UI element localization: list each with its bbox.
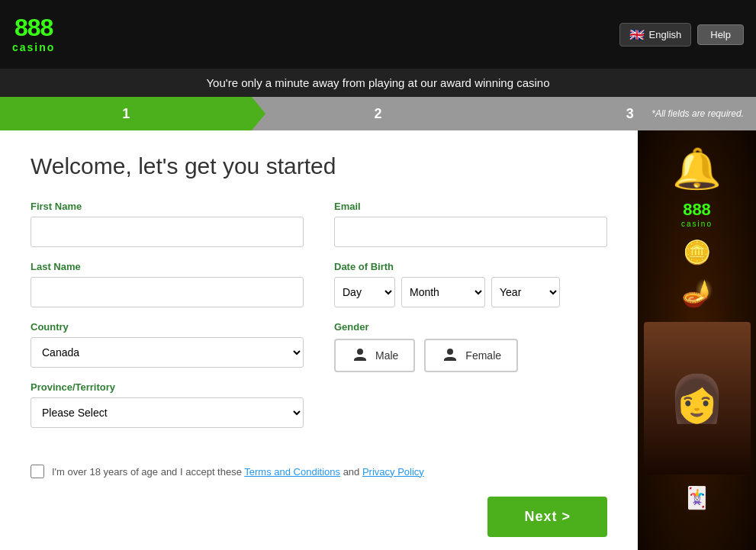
tagline-bar: You're only a minute away from playing a… [0, 69, 756, 97]
email-input[interactable] [334, 217, 607, 247]
help-button[interactable]: Help [697, 24, 744, 45]
casino-logo-side: 888 [683, 200, 711, 220]
step-1-arrow [252, 97, 265, 130]
email-label: Email [334, 201, 607, 212]
terms-text: I'm over 18 years of age and I accept th… [52, 466, 424, 478]
required-note: *All fields are required. [651, 108, 744, 119]
svg-point-0 [357, 349, 363, 355]
progress-step-1: 1 [0, 97, 252, 130]
first-name-input[interactable] [31, 217, 304, 247]
female-icon [441, 346, 459, 365]
svg-point-1 [447, 349, 453, 355]
bell-decoration: 🔔 [672, 146, 722, 192]
dob-row: Day 12345 678910 1112131415 1617181920 2… [334, 277, 607, 307]
gender-female-label: Female [465, 349, 501, 362]
header-right: 🇬🇧 English Help [619, 23, 744, 47]
next-button[interactable]: Next > [487, 497, 607, 537]
lady-decoration: 👩 [644, 322, 751, 474]
country-group: Country Canada United States United King… [31, 321, 304, 368]
logo: 888 casino [12, 15, 55, 53]
casino-visual: 🔔 888 casino 🪙 🪔 👩 🃏 [638, 130, 756, 550]
step-2-arrow [504, 97, 518, 130]
progress-bar: 1 2 3 *All fields are required. [0, 97, 756, 130]
last-name-group: Last Name [31, 261, 304, 307]
form-col-right: Email Date of Birth Day 12345 678910 111… [334, 201, 607, 442]
next-btn-row: Next > [31, 497, 607, 537]
terms-row: I'm over 18 years of age and I accept th… [31, 465, 607, 478]
sidebar-image: 🔔 888 casino 🪙 🪔 👩 🃏 [638, 130, 756, 550]
province-select[interactable]: Please Select Alberta British Columbia M… [31, 397, 304, 428]
first-name-group: First Name [31, 201, 304, 247]
language-button[interactable]: 🇬🇧 English [619, 23, 692, 47]
country-label: Country [31, 321, 304, 333]
welcome-title: Welcome, let's get you started [31, 153, 607, 179]
form-col-left: First Name Last Name Country Canada Unit… [31, 201, 304, 442]
casino-label-side: casino [681, 220, 713, 228]
language-label: English [649, 29, 682, 40]
gender-label: Gender [334, 321, 607, 333]
gender-row: Male Female [334, 339, 607, 372]
dob-group: Date of Birth Day 12345 678910 111213141… [334, 261, 607, 307]
tagline-text: You're only a minute away from playing a… [206, 76, 549, 89]
progress-step-2: 2 [252, 97, 503, 130]
form-area: Welcome, let's get you started First Nam… [0, 130, 638, 550]
gender-group: Gender Male [334, 321, 607, 372]
cards-decoration: 🃏 [684, 485, 710, 510]
lamp-decoration: 🪔 [681, 278, 713, 308]
logo-888: 888 [14, 15, 53, 40]
country-select[interactable]: Canada United States United Kingdom Aust… [31, 337, 304, 368]
dob-day-select[interactable]: Day 12345 678910 1112131415 1617181920 2… [334, 277, 395, 307]
dob-month-select[interactable]: Month JanuaryFebruaryMarch AprilMayJune … [401, 277, 485, 307]
dob-year-select[interactable]: Year 2005200420032002 2001200019991998 1… [491, 277, 560, 307]
header: 888 casino 🇬🇧 English Help [0, 0, 756, 69]
main-layout: Welcome, let's get you started First Nam… [0, 130, 756, 550]
privacy-policy-link[interactable]: Privacy Policy [362, 466, 424, 478]
province-group: Province/Territory Please Select Alberta… [31, 381, 304, 428]
gender-male-label: Male [375, 349, 398, 362]
male-icon [351, 346, 369, 365]
form-columns: First Name Last Name Country Canada Unit… [31, 201, 607, 442]
email-group: Email [334, 201, 607, 247]
flag-icon: 🇬🇧 [629, 27, 645, 42]
first-name-label: First Name [31, 201, 304, 212]
last-name-label: Last Name [31, 261, 304, 272]
province-label: Province/Territory [31, 381, 304, 393]
terms-conditions-link[interactable]: Terms and Conditions [244, 466, 340, 478]
last-name-input[interactable] [31, 277, 304, 307]
gender-female-button[interactable]: Female [424, 339, 518, 372]
coins-decoration: 🪙 [683, 239, 711, 265]
terms-checkbox[interactable] [31, 465, 44, 478]
logo-casino: casino [12, 41, 55, 53]
gender-male-button[interactable]: Male [334, 339, 415, 372]
dob-label: Date of Birth [334, 261, 607, 272]
